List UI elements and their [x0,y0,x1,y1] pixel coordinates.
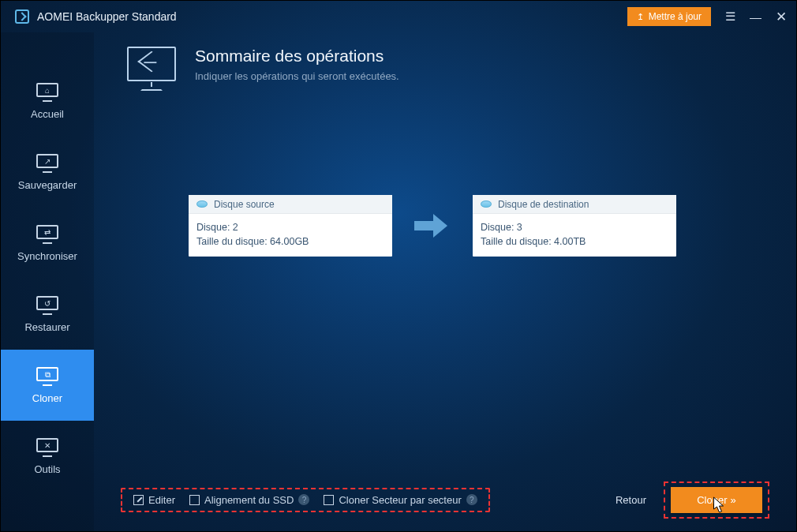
backup-icon: ↗ [35,154,60,173]
page-subtitle: Indiquer les opérations qui seront exécu… [195,70,399,82]
source-disk-size: Taille du disque: 64.00GB [196,234,384,249]
sidebar-item-label: Restaurer [24,321,69,333]
page-header: Sommaire des opérations Indiquer les opé… [121,47,769,91]
sidebar: ⌂ Accueil ↗ Sauvegarder ⇄ Synchroniser [1,32,94,531]
sidebar-item-label: Cloner [32,392,62,404]
menu-icon[interactable]: ☰ [725,9,735,24]
page-header-text: Sommaire des opérations Indiquer les opé… [195,47,399,82]
source-disk-number: Disque: 2 [196,220,384,234]
sidebar-item-label: Outils [34,463,60,475]
app-logo-icon [15,9,29,24]
page-title: Sommaire des opérations [195,47,399,66]
sector-label: Cloner Secteur par secteur [339,494,461,506]
ssd-alignment-checkbox[interactable]: Alignement du SSD ? [189,494,309,506]
footer-options-group: Editer Alignement du SSD ? Cloner Secteu… [121,488,490,512]
sidebar-item-sauvegarder[interactable]: ↗ Sauvegarder [1,137,94,208]
back-button[interactable]: Retour [616,494,646,506]
source-card-header: Disque source [189,195,392,214]
edit-label: Editer [148,494,175,506]
footer-bar: Editer Alignement du SSD ? Cloner Secteu… [121,481,769,519]
minimize-icon[interactable]: — [750,10,761,24]
sidebar-item-label: Synchroniser [17,250,77,262]
update-button[interactable]: ↥ Mettre à jour [627,7,711,26]
edit-icon [133,495,144,505]
disk-cards-row: Disque source Disque: 2 Taille du disque… [121,195,769,257]
body: ⌂ Accueil ↗ Sauvegarder ⇄ Synchroniser [1,32,796,531]
app-title: AOMEI Backupper Standard [37,10,177,23]
destination-card-body: Disque: 3 Taille du disque: 4.00TB [473,214,676,257]
sync-icon: ⇄ [35,225,60,244]
clone-button[interactable]: Cloner » [671,487,762,513]
sidebar-item-label: Sauvegarder [18,179,77,191]
app-window: AOMEI Backupper Standard ↥ Mettre à jour… [0,0,797,532]
ssd-label: Alignement du SSD [204,494,294,506]
destination-disk-number: Disque: 3 [481,220,668,234]
sidebar-item-cloner[interactable]: ⧉ Cloner [1,350,94,421]
titlebar-right: ↥ Mettre à jour ☰ — ✕ [627,7,787,26]
home-icon: ⌂ [35,83,60,102]
destination-card-header: Disque de destination [473,195,676,214]
clone-icon: ⧉ [35,367,60,386]
destination-header-label: Disque de destination [498,199,589,210]
close-icon[interactable]: ✕ [776,9,787,25]
clone-button-label: Cloner [697,494,727,506]
destination-disk-size: Taille du disque: 4.00TB [481,234,668,249]
chevron-right-icon: » [731,494,736,506]
help-icon[interactable]: ? [466,494,477,505]
destination-disk-card[interactable]: Disque de destination Disque: 3 Taille d… [473,195,676,257]
source-disk-card[interactable]: Disque source Disque: 2 Taille du disque… [189,195,392,257]
footer-actions: Retour Cloner » [616,481,769,519]
clone-button-highlight: Cloner » [664,481,769,519]
sector-clone-checkbox[interactable]: Cloner Secteur par secteur ? [324,494,477,506]
source-card-body: Disque: 2 Taille du disque: 64.00GB [189,214,392,257]
sidebar-item-synchroniser[interactable]: ⇄ Synchroniser [1,208,94,279]
upload-icon: ↥ [637,12,644,22]
update-button-label: Mettre à jour [649,11,702,22]
disk-icon [481,200,492,208]
titlebar-left: AOMEI Backupper Standard [15,9,177,24]
sidebar-item-restaurer[interactable]: ↺ Restaurer [1,279,94,350]
checkbox-icon [189,495,200,505]
titlebar: AOMEI Backupper Standard ↥ Mettre à jour… [1,1,796,32]
arrow-right-icon [414,214,451,238]
restore-icon: ↺ [35,296,60,315]
sidebar-item-outils[interactable]: ✕ Outils [1,421,94,492]
edit-button[interactable]: Editer [133,494,175,506]
summary-icon [125,47,178,91]
main-content: Sommaire des opérations Indiquer les opé… [94,32,796,531]
checkbox-icon [324,495,334,505]
help-icon[interactable]: ? [298,494,309,505]
source-header-label: Disque source [214,199,275,210]
tools-icon: ✕ [35,438,60,457]
sidebar-item-label: Accueil [31,108,64,120]
disk-icon [196,200,208,208]
sidebar-item-accueil[interactable]: ⌂ Accueil [1,66,94,137]
